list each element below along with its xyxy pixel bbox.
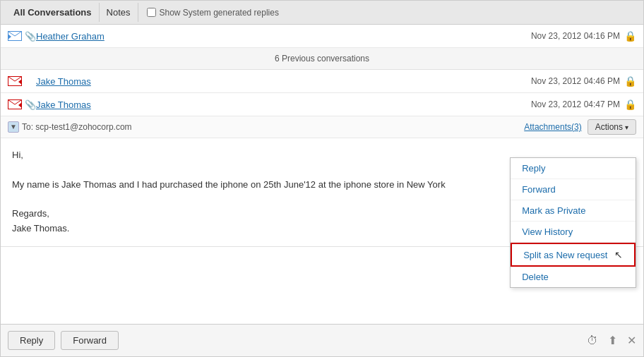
heather-sender-link[interactable]: Heather Graham	[36, 31, 531, 42]
icon-area-jake-1	[8, 76, 36, 86]
to-info: To: scp-test1@zohocorp.com	[22, 122, 524, 132]
attachment-icon-jake-2: 📎	[25, 99, 36, 110]
reply-button[interactable]: Reply	[8, 331, 55, 350]
share-icon[interactable]: ⬆	[608, 334, 617, 347]
menu-item-view-history[interactable]: View History	[511, 222, 636, 243]
close-icon[interactable]: ✕	[627, 334, 636, 347]
conversation-row-jake-1[interactable]: Jake Thomas Nov 23, 2012 04:46 PM 🔒	[1, 70, 643, 93]
menu-item-forward[interactable]: Forward	[511, 179, 636, 200]
actions-dropdown-arrow: ▾	[625, 123, 628, 131]
menu-item-reply[interactable]: Reply	[511, 158, 636, 179]
conversation-row-heather[interactable]: 📎 Heather Graham Nov 23, 2012 04:16 PM 🔒	[1, 25, 643, 48]
conversation-row-jake-2[interactable]: 📎 Jake Thomas Nov 23, 2012 04:47 PM 🔒	[1, 93, 643, 116]
outgoing-email-icon-1	[8, 76, 22, 86]
menu-item-split-new[interactable]: Split as New request ↖	[511, 243, 636, 267]
clock-icon[interactable]: ⏱	[587, 334, 598, 347]
actions-dropdown-menu: Reply Forward Mark as Private View Histo…	[510, 157, 636, 288]
toggle-expand-arrow[interactable]: ▼	[8, 121, 19, 133]
jake-lock-icon-2: 🔒	[624, 99, 636, 110]
tab-all-conversations[interactable]: All Conversations	[6, 3, 100, 22]
actions-button[interactable]: Actions ▾	[588, 119, 636, 135]
tab-notes[interactable]: Notes	[100, 3, 138, 22]
email-sub-header: ▼ To: scp-test1@zohocorp.com Attachments…	[1, 116, 643, 138]
forward-button[interactable]: Forward	[61, 331, 119, 350]
footer: Reply Forward ⏱ ⬆ ✕	[1, 324, 643, 356]
heather-lock-icon: 🔒	[624, 30, 636, 42]
actions-label: Actions	[595, 122, 623, 132]
show-system-area: Show System generated replies	[138, 8, 287, 18]
jake-timestamp-1: Nov 23, 2012 04:46 PM	[531, 76, 620, 86]
icon-area-heather: 📎	[8, 31, 36, 42]
show-system-checkbox[interactable]	[147, 8, 156, 17]
show-system-label: Show System generated replies	[160, 8, 279, 18]
jake-sender-link-2[interactable]: Jake Thomas	[36, 99, 531, 110]
icon-area-jake-2: 📎	[8, 99, 36, 110]
jake-timestamp-2: Nov 23, 2012 04:47 PM	[531, 99, 620, 109]
menu-item-delete[interactable]: Delete	[511, 267, 636, 287]
menu-item-mark-private[interactable]: Mark as Private	[511, 200, 636, 222]
main-container: All Conversations Notes Show System gene…	[0, 0, 644, 357]
cursor-icon: ↖	[614, 249, 623, 260]
attachments-link[interactable]: Attachments(3)	[524, 122, 581, 132]
jake-lock-icon-1: 🔒	[624, 75, 636, 87]
incoming-email-icon	[8, 31, 22, 41]
jake-sender-link-1[interactable]: Jake Thomas	[36, 76, 531, 87]
content-area: 📎 Heather Graham Nov 23, 2012 04:16 PM 🔒…	[1, 25, 643, 324]
prev-conversations-bar[interactable]: 6 Previous conversations	[1, 48, 643, 70]
footer-icons: ⏱ ⬆ ✕	[587, 334, 636, 347]
outgoing-email-icon-2	[8, 99, 22, 109]
heather-timestamp: Nov 23, 2012 04:16 PM	[531, 31, 620, 41]
attachment-icon-heather: 📎	[25, 31, 36, 42]
tab-bar: All Conversations Notes Show System gene…	[1, 1, 643, 25]
